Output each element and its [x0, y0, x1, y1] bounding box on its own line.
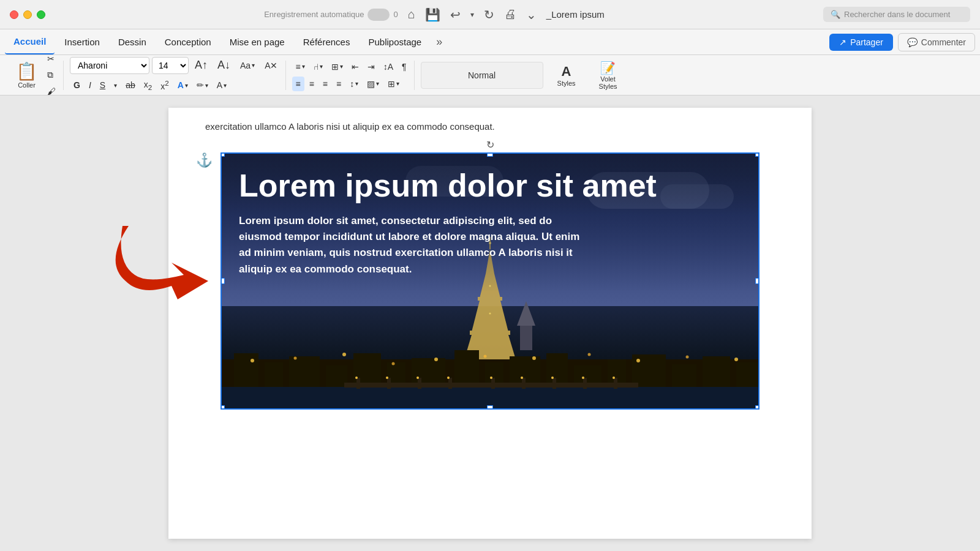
above-text: exercitation ullamco A laboris nisi ut a…: [205, 120, 775, 134]
shading-icon: ▨: [367, 79, 375, 89]
handle-bottom-left[interactable]: [221, 405, 225, 410]
svg-point-55: [386, 377, 388, 379]
paste-button[interactable]: 📋 Coller: [11, 59, 42, 91]
change-case-button[interactable]: Aa▾: [236, 58, 258, 73]
numbering-button[interactable]: ⑁▾: [310, 59, 326, 74]
svg-point-59: [521, 377, 523, 379]
line-spacing-icon: ↕: [350, 79, 354, 89]
document-page: exercitation ullamco A laboris nisi ut a…: [168, 108, 812, 539]
home-icon[interactable]: ⌂: [408, 7, 415, 21]
clear-format-button[interactable]: A✕: [261, 58, 281, 73]
menu-item-dessin[interactable]: Dessin: [110, 29, 155, 54]
print-icon[interactable]: 🖨: [504, 7, 516, 21]
highlight-icon: ✏: [197, 80, 204, 90]
svg-rect-49: [491, 378, 495, 389]
svg-point-39: [588, 353, 591, 356]
handle-bottom-center[interactable]: [487, 405, 493, 410]
italic-icon: I: [89, 80, 91, 90]
handle-top-left[interactable]: [221, 152, 225, 157]
redo-icon[interactable]: ↻: [484, 7, 494, 22]
align-center-icon: ≡: [309, 79, 314, 89]
copy-button[interactable]: ⧉: [43, 67, 59, 83]
styles-icon: A: [562, 64, 571, 80]
decrease-indent-button[interactable]: ⇤: [348, 59, 363, 74]
align-center-button[interactable]: ≡: [306, 77, 318, 91]
toolbar: 📋 Coller ✂ ⧉ 🖌 Aharoni 14 A↑ A↓ Aa▾ A✕: [0, 55, 980, 96]
align-left-button[interactable]: ≡: [292, 77, 304, 91]
format-painter-icon: 🖌: [47, 86, 56, 96]
undo-icon[interactable]: ↩: [450, 7, 461, 22]
numbering-icon: ⑁: [314, 62, 318, 72]
menu-item-references[interactable]: Références: [295, 29, 359, 54]
sort-button[interactable]: ↕A: [380, 59, 397, 74]
minimize-button[interactable]: [23, 10, 32, 19]
highlight-button[interactable]: ✏▾: [193, 78, 212, 92]
autosave-value: 0: [393, 10, 398, 19]
text-color-button[interactable]: A▾: [213, 78, 230, 92]
superscript-icon: x2: [160, 79, 168, 91]
close-button[interactable]: [10, 10, 18, 19]
line-spacing-button[interactable]: ↕▾: [346, 77, 362, 91]
comment-button[interactable]: 💬 Commenter: [898, 33, 975, 51]
justify-button[interactable]: ≡: [333, 77, 345, 91]
increase-indent-button[interactable]: ⇥: [364, 59, 379, 74]
clipboard-section: 📋 Coller ✂ ⧉ 🖌: [7, 61, 64, 90]
menu-item-conception[interactable]: Conception: [156, 29, 220, 54]
multilevel-button[interactable]: ⊞▾: [328, 59, 347, 74]
handle-bottom-right[interactable]: [755, 405, 760, 410]
superscript-button[interactable]: x2: [157, 77, 172, 94]
svg-point-58: [490, 377, 492, 379]
more-menu-icon[interactable]: »: [431, 29, 447, 54]
underline-dropdown[interactable]: ▾: [110, 80, 121, 91]
format-painter-button[interactable]: 🖌: [43, 84, 59, 99]
font-color-button[interactable]: A▾: [174, 78, 192, 92]
multilevel-icon: ⊞: [331, 62, 339, 72]
image-block[interactable]: Lorem ipsum dolor sit amet Lorem ipsum d…: [221, 152, 760, 410]
handle-top-center[interactable]: [487, 152, 493, 157]
underline-button[interactable]: S: [96, 78, 109, 92]
styles-button[interactable]: A Styles: [548, 61, 585, 89]
font-family-select[interactable]: Aharoni: [70, 57, 149, 74]
save-icon[interactable]: 💾: [425, 7, 440, 22]
handle-top-right[interactable]: [755, 152, 760, 157]
maximize-button[interactable]: [37, 10, 45, 19]
clear-format-icon: A✕: [265, 61, 277, 70]
font-size-select[interactable]: 14: [152, 57, 189, 74]
share-button[interactable]: ↗ Partager: [829, 34, 893, 51]
styles-preview[interactable]: Normal: [421, 62, 543, 89]
svg-point-56: [417, 377, 419, 379]
autosave-toggle[interactable]: [368, 9, 390, 21]
strikethrough-button[interactable]: ab: [122, 78, 139, 92]
menu-item-insertion[interactable]: Insertion: [56, 29, 108, 54]
more-icon[interactable]: ⌄: [526, 7, 537, 22]
menu-item-accueil[interactable]: Accueil: [5, 29, 55, 54]
cut-button[interactable]: ✂: [43, 51, 59, 66]
subscript-button[interactable]: x2: [140, 77, 156, 94]
handle-middle-right[interactable]: [755, 278, 760, 284]
undo-dropdown-icon[interactable]: ▾: [470, 10, 474, 19]
pilcrow-button[interactable]: ¶: [398, 59, 410, 74]
titlebar-center: Enregistrement automatique 0 ⌂ 💾 ↩ ▾ ↻ 🖨…: [53, 7, 816, 22]
increase-font-button[interactable]: A↑: [191, 56, 211, 74]
menu-item-mise-en-page[interactable]: Mise en page: [221, 29, 293, 54]
decrease-font-button[interactable]: A↓: [214, 56, 234, 74]
rotate-handle[interactable]: ↻: [486, 139, 494, 151]
align-right-button[interactable]: ≡: [319, 77, 331, 91]
svg-point-54: [355, 377, 358, 379]
styles-preview-label: Normal: [468, 70, 496, 80]
bullets-button[interactable]: ≡▾: [292, 59, 309, 74]
paragraph-section: ≡▾ ⑁▾ ⊞▾ ⇤ ⇥ ↕A ¶ ≡ ≡ ≡ ≡ ↕▾ ▨▾ ⊞▾: [288, 61, 415, 90]
volet-styles-button[interactable]: 📝 VoletStyles: [590, 58, 627, 92]
bold-button[interactable]: G: [70, 78, 84, 92]
shading-button[interactable]: ▨▾: [363, 77, 383, 91]
search-bar[interactable]: 🔍 Rechercher dans le document: [823, 7, 970, 22]
svg-point-41: [686, 355, 689, 358]
borders-button[interactable]: ⊞▾: [384, 77, 403, 91]
svg-rect-50: [522, 378, 526, 389]
menu-item-publipostage[interactable]: Publipostage: [360, 29, 430, 54]
handle-middle-left[interactable]: [221, 278, 225, 284]
titlebar-icons: ⌂ 💾 ↩ ▾ ↻ 🖨 ⌄: [408, 7, 537, 22]
svg-rect-5: [470, 331, 510, 335]
italic-button[interactable]: I: [85, 78, 95, 92]
align-left-icon: ≡: [296, 79, 301, 89]
